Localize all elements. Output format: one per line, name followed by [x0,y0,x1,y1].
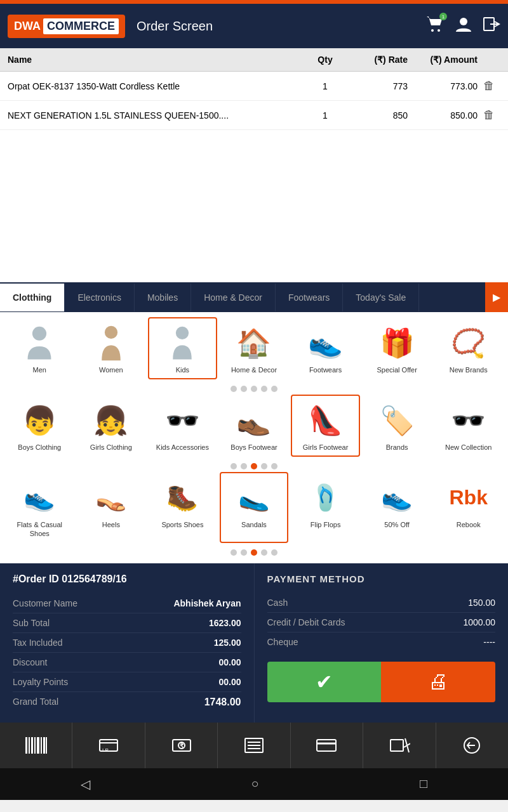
cat-home-decor[interactable]: 🏠 Home & Decor [220,317,289,379]
cat-boys-clothing-label: Boys Clothing [9,443,70,452]
svg-point-6 [176,326,189,339]
delete-row-button[interactable]: 🗑 [478,79,500,93]
cat-men-label: Men [9,366,70,374]
cat-50-off[interactable]: 👟 50% Off [363,472,432,542]
flats-casual-icon: 👟 [17,477,62,518]
card-tool-button[interactable] [291,723,363,768]
cat-sports-shoes[interactable]: 🥾 Sports Shoes [148,472,217,542]
dots-row1 [5,383,503,395]
barcode-tool-button[interactable] [0,723,72,768]
cat-girls-clothing-label: Girls Clothing [81,443,142,452]
col-del-header [478,55,500,65]
boys-footwear-icon: 👞 [232,400,276,441]
cat-special-offer[interactable]: 🎁 Special Offer [363,317,432,379]
return-tool-button[interactable] [436,723,508,768]
grandtotal-row: Grand Total 1748.00 [13,692,241,712]
cat-brands-label: Brands [366,443,428,452]
dots-row3 [5,547,503,558]
coupon-tool-button[interactable] [363,723,436,768]
cat-heels[interactable]: 👡 Heels [77,472,146,542]
loyalty-label: Loyalty Points [13,677,68,687]
print-icon: 🖨 [428,670,448,693]
cat-brands[interactable]: 🏷️ Brands [363,395,432,457]
item-name: NEXT GENERATION 1.5L STAINLESS QUEEN-150… [8,110,306,121]
cat-new-collection[interactable]: 🕶️ New Collection [434,395,503,457]
menu-tool-button[interactable] [218,723,290,768]
girls-footwear-icon: 👠 [304,400,348,441]
women-icon [89,322,133,363]
cat-rebook[interactable]: Rbk Rebook [434,472,503,542]
order-id: #Order ID 012564789/16 [13,573,241,585]
svg-point-2 [460,18,467,25]
tabs-right-arrow[interactable]: ▶ [485,282,508,312]
item-amount: 850.00 [408,110,478,121]
flip-flops-icon: 🩴 [304,477,348,518]
cat-women-label: Women [81,366,142,374]
home-nav-button[interactable]: ○ [251,776,258,791]
cheque-label: Cheque [267,637,298,647]
kids-accessories-icon: 🕶️ [160,400,204,441]
order-table: Name Qty (₹) Rate (₹) Amount Orpat OEK-8… [0,48,508,130]
print-button[interactable]: 🖨 [381,662,495,702]
tab-footwears[interactable]: Footwears [276,284,343,311]
cash-row: Cash 150.00 [267,593,496,613]
cash-tool-button[interactable]: ₹ [145,723,218,768]
home-decor-icon: 🏠 [232,322,276,363]
cat-flip-flops[interactable]: 🩴 Flip Flops [291,472,360,542]
cat-flats-casual[interactable]: 👟 Flats & Casual Shoes [5,472,74,542]
cat-kids[interactable]: Kids [148,317,217,379]
card-row: Credit / Debit Cards 1000.00 [267,613,496,632]
cat-home-decor-label: Home & Decor [224,366,285,374]
order-details: #Order ID 012564789/16 Customer Name Abh… [0,563,255,723]
cat-sports-shoes-label: Sports Shoes [152,521,213,529]
svg-rect-13 [43,737,45,754]
tab-electronics[interactable]: Electronics [65,284,134,311]
cat-boys-footwear[interactable]: 👞 Boys Footwear [220,395,289,457]
back-nav-button[interactable]: ◁ [81,776,90,792]
tab-clotthing[interactable]: Clotthing [0,284,65,311]
cat-kids-accessories[interactable]: 🕶️ Kids Accessories [148,395,217,457]
cat-50off-label: 50% Off [366,521,428,529]
tab-home-decor[interactable]: Home & Decor [191,284,276,311]
svg-point-5 [105,325,117,338]
new-brands-icon: 📿 [446,322,491,363]
cat-boys-clothing[interactable]: 👦 Boys Clothing [5,395,74,457]
logout-icon[interactable] [483,15,500,37]
user-icon[interactable] [455,15,472,37]
logo-commerce: COMMERCE [43,18,119,34]
android-nav-bar: ◁ ○ □ [0,768,508,800]
cat-women[interactable]: Women [77,317,146,379]
cart-icon[interactable]: 1 [425,15,444,37]
recent-nav-button[interactable]: □ [420,776,427,791]
cat-flats-casual-label: Flats & Casual Shoes [9,521,70,537]
empty-order-area [0,130,508,282]
cat-flip-flops-label: Flip Flops [295,521,356,529]
category-row-1: Men Women Kids 🏠 Home & Decor [5,317,503,379]
loyalty-tool-button[interactable]: LP [72,723,145,768]
cat-new-brands-label: New Brands [438,366,499,374]
card-value: 1000.00 [463,617,495,627]
cat-sandals[interactable]: 🥿 Sandals [220,472,289,542]
cash-value: 150.00 [468,598,495,608]
category-tabs: Clotthing Electronics Mobiles Home & Dec… [0,282,508,312]
cat-new-brands[interactable]: 📿 New Brands [434,317,503,379]
cat-footwears-label: Footwears [295,366,356,374]
cat-girls-clothing[interactable]: 👧 Girls Clothing [77,395,146,457]
footwears-icon: 👟 [304,322,348,363]
cat-footwears[interactable]: 👟 Footwears [291,317,360,379]
table-header: Name Qty (₹) Rate (₹) Amount [0,48,508,72]
delete-row-button[interactable]: 🗑 [478,108,500,122]
col-qty-header: Qty [306,55,344,65]
cat-new-collection-label: New Collection [438,443,499,452]
table-row: NEXT GENERATION 1.5L STAINLESS QUEEN-150… [0,101,508,130]
loyalty-value: 00.00 [218,677,241,687]
cat-rebook-label: Rebook [438,521,499,529]
cheque-value: ---- [483,637,495,647]
cat-girls-footwear[interactable]: 👠 Girls Footwear [291,395,360,457]
svg-point-0 [431,29,434,32]
svg-point-4 [32,326,46,340]
cat-men[interactable]: Men [5,317,74,379]
confirm-button[interactable]: ✔ [267,662,382,702]
tab-todays-sale[interactable]: Today's Sale [343,284,419,311]
tab-mobiles[interactable]: Mobiles [135,284,191,311]
